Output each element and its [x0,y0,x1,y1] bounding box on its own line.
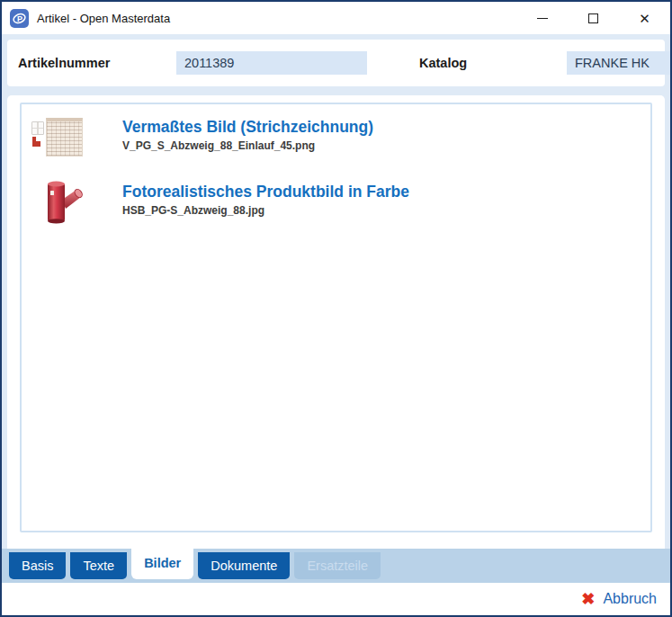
red-pipe-thumbnail-icon[interactable] [29,180,122,225]
red-x-icon: ✖ [581,591,595,607]
tab-texte[interactable]: Texte [70,552,127,579]
minimize-icon [537,18,548,19]
image-filename: HSB_PG-S_Abzweig_88.jpg [122,204,641,217]
cancel-button[interactable]: ✖ Abbruch [581,591,657,607]
katalog-field[interactable]: FRANKE HK [567,51,672,75]
line-drawing-thumbnail-icon[interactable] [29,115,122,160]
tab-bar: Basis Texte Bilder Dokumente Ersatzteile [2,549,670,583]
maximize-icon [588,13,598,23]
tab-bilder[interactable]: Bilder [131,549,193,579]
close-button[interactable]: ✕ [619,2,670,34]
svg-text:P: P [17,14,22,23]
cancel-button-label: Abbruch [603,591,657,607]
red-fitting-mark-icon [32,137,40,147]
list-item-text: Vermaßtes Bild (Strichzeichnung) V_PG_S_… [122,115,641,152]
artikelnummer-input[interactable]: 2011389 [176,51,367,75]
dialog-window: P Artikel - Open Masterdata ✕ Artikelnum… [0,0,672,617]
header-form: Artikelnummer 2011389 Katalog FRANKE HK [7,40,665,86]
tab-dokumente[interactable]: Dokumente [198,552,290,579]
list-item-text: Fotorealistisches Produktbild in Farbe H… [122,180,641,217]
dimension-table-icon [46,118,83,156]
tab-basis[interactable]: Basis [9,552,66,579]
list-item: Vermaßtes Bild (Strichzeichnung) V_PG_S_… [29,115,641,160]
footer-bar: ✖ Abbruch [2,583,670,615]
maximize-button[interactable] [568,2,619,34]
image-filename: V_PG_S_Abzweig_88_Einlauf_45.png [122,139,641,152]
app-logo-icon: P [10,9,29,28]
artikelnummer-label: Artikelnummer [18,56,176,70]
pipe-fitting-icon [44,180,84,225]
image-link-strichzeichnung[interactable]: Vermaßtes Bild (Strichzeichnung) [122,117,373,137]
close-icon: ✕ [639,12,650,25]
minimize-button[interactable] [516,2,568,34]
tab-ersatzteile: Ersatzteile [294,552,381,579]
window-title: Artikel - Open Masterdata [37,12,516,25]
sketch-outline-icon [31,121,44,135]
katalog-label: Katalog [419,56,506,70]
image-link-produktbild[interactable]: Fotorealistisches Produktbild in Farbe [122,182,409,201]
image-list: Vermaßtes Bild (Strichzeichnung) V_PG_S_… [20,103,652,532]
titlebar: P Artikel - Open Masterdata ✕ [2,2,670,34]
content-panel: Vermaßtes Bild (Strichzeichnung) V_PG_S_… [7,95,665,549]
list-item: Fotorealistisches Produktbild in Farbe H… [29,180,641,225]
